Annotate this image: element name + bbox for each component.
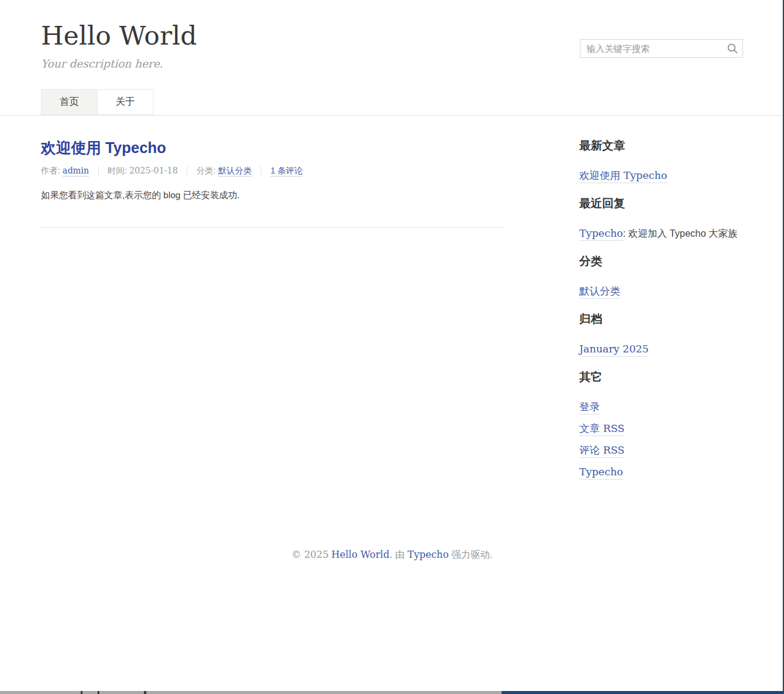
time-label: 时间: [108, 166, 127, 175]
typecho-link[interactable]: Typecho [579, 466, 623, 480]
search-icon[interactable] [727, 43, 738, 54]
meta-separator [98, 166, 99, 175]
category-link[interactable]: 默认分类 [579, 285, 620, 299]
footer-period: . [390, 549, 393, 560]
site-description: Your description here. [41, 57, 197, 70]
comments-link[interactable]: 1 条评论 [270, 166, 303, 177]
footer-by-label: 由 [395, 549, 405, 560]
copyright-text: © 2025 [291, 549, 329, 560]
post-list: 欢迎使用 Typecho 作者: admin时间: 2025-01-18分类: … [41, 139, 504, 493]
window-bottom-tick [81, 691, 82, 694]
list-item: 文章 RSS [579, 422, 743, 436]
widget-misc: 其它 登录 文章 RSS 评论 RSS Typecho [579, 370, 743, 479]
list-item: 默认分类 [579, 284, 743, 298]
list-item: Typecho [579, 465, 743, 479]
post-divider [41, 227, 504, 228]
widget-categories: 分类 默认分类 [579, 254, 743, 298]
window-bottom-tick [98, 691, 99, 694]
sidebar: 最新文章 欢迎使用 Typecho 最近回复 Typecho: 欢迎加入 Typ… [579, 139, 743, 493]
list-item: 评论 RSS [579, 443, 743, 457]
comments-rss-link[interactable]: 评论 RSS [579, 444, 624, 458]
site-header: Hello World Your description here. 首页 关于 [0, 0, 784, 116]
post: 欢迎使用 Typecho 作者: admin时间: 2025-01-18分类: … [41, 139, 504, 228]
widget-title: 最新文章 [579, 139, 743, 153]
commenter-link[interactable]: Typecho [579, 227, 623, 241]
search-box [580, 39, 743, 58]
window-bottom-edge-gray [0, 691, 502, 694]
list-item: Typecho: 欢迎加入 Typecho 大家族 [579, 227, 743, 240]
recent-post-link[interactable]: 欢迎使用 Typecho [579, 169, 667, 183]
post-date: 2025-01-18 [129, 166, 178, 175]
window-bottom-tick [144, 691, 146, 694]
footer-typecho-link[interactable]: Typecho [408, 549, 449, 560]
widget-title: 最近回复 [579, 196, 743, 211]
nav-tab-about[interactable]: 关于 [97, 89, 154, 115]
nav-tab-home[interactable]: 首页 [41, 89, 98, 115]
category-label: 分类: [196, 166, 216, 175]
post-title[interactable]: 欢迎使用 Typecho [41, 139, 504, 157]
archive-link[interactable]: January 2025 [579, 343, 649, 357]
meta-separator [187, 166, 187, 175]
posts-rss-link[interactable]: 文章 RSS [579, 422, 624, 436]
widget-title: 归档 [579, 312, 743, 327]
author-label: 作者: [41, 166, 60, 175]
widget-title: 分类 [579, 254, 743, 269]
window-bottom-edge-blue [502, 691, 784, 694]
post-body: 如果您看到这篇文章,表示您的 blog 已经安装成功. [41, 189, 504, 202]
footer-site-link[interactable]: Hello World [331, 549, 389, 560]
widget-recent-comments: 最近回复 Typecho: 欢迎加入 Typecho 大家族 [579, 196, 743, 240]
post-meta: 作者: admin时间: 2025-01-18分类: 默认分类1 条评论 [41, 166, 504, 177]
widget-archives: 归档 January 2025 [579, 312, 743, 356]
list-item: January 2025 [579, 342, 743, 356]
list-item: 欢迎使用 Typecho [579, 169, 743, 183]
meta-separator [261, 166, 261, 175]
main-nav: 首页 关于 [41, 89, 743, 115]
site-footer: © 2025 Hello World. 由 Typecho 强力驱动. [0, 493, 784, 586]
list-item: 登录 [579, 400, 743, 414]
site-branding: Hello World Your description here. [41, 22, 197, 70]
widget-recent-posts: 最新文章 欢迎使用 Typecho [579, 139, 743, 183]
login-link[interactable]: 登录 [579, 401, 600, 414]
site-title[interactable]: Hello World [41, 22, 197, 50]
search-input[interactable] [580, 39, 743, 58]
category-link[interactable]: 默认分类 [218, 166, 252, 177]
author-link[interactable]: admin [63, 166, 89, 177]
comment-excerpt: : 欢迎加入 Typecho 大家族 [623, 228, 738, 239]
widget-title: 其它 [579, 370, 743, 384]
footer-powered-label: 强力驱动. [451, 549, 492, 560]
